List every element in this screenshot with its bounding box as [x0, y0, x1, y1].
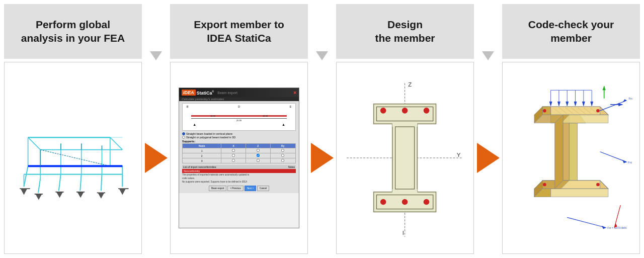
svg-point-54 — [402, 199, 408, 205]
fea-svg — [12, 72, 135, 244]
svg-marker-35 — [119, 189, 125, 195]
ibeam-visual: Z Y I — [336, 62, 474, 254]
logo-statica: StatiCa® — [197, 90, 214, 96]
svg-line-19 — [101, 174, 102, 191]
radio2-option[interactable]: Straight or polygonal beam loaded in 3D — [182, 136, 296, 139]
svg-point-53 — [380, 199, 386, 205]
svg-point-52 — [424, 108, 430, 114]
beam-export-visual: IDEA StatiCa® Beam export × Calculate ye… — [170, 62, 308, 254]
supports-header: Supports: — [182, 140, 296, 143]
row3-ry[interactable] — [270, 158, 295, 163]
next-button[interactable]: Next > — [245, 186, 256, 191]
support-left: ▲ — [193, 123, 196, 126]
visuals-row: IDEA StatiCa® Beam export × Calculate ye… — [0, 60, 644, 258]
nonconformity-header: List of import nonconformities: Notes — [182, 165, 296, 169]
beam-dialog: IDEA StatiCa® Beam export × Calculate ye… — [179, 88, 299, 228]
svg-text:Frc = 50.1kN: Frc = 50.1kN — [628, 161, 633, 164]
svg-marker-77 — [550, 189, 608, 197]
radio1-option[interactable]: Straight beam loaded in vertical plane — [182, 132, 296, 135]
supports-table: Node X Z Ry 1 — [182, 143, 296, 163]
row1-node: 1 — [183, 148, 221, 153]
arrow1 — [143, 60, 169, 255]
svg-marker-100 — [618, 103, 622, 107]
svg-line-18 — [80, 174, 81, 191]
support-row-1: 1 — [183, 148, 296, 153]
orange-arrow-2 — [311, 143, 334, 173]
dialog-titlebar: IDEA StatiCa® Beam export × — [179, 88, 299, 97]
dim-right: 14.16 — [263, 115, 268, 117]
dialog-subtitle: Calculate yesterday's estimates — [179, 97, 299, 101]
svg-point-114 — [543, 109, 546, 113]
row2-node: 2 — [183, 153, 221, 158]
support-row-2: 2 — [183, 153, 296, 158]
radio1-dot — [182, 132, 185, 135]
dialog-buttons: Beam export < Previous Next > Cancel — [182, 186, 296, 191]
support-right: ▲ — [282, 123, 285, 126]
workflow-container: Perform globalanalysis in your FEA Expor… — [0, 0, 644, 258]
svg-line-92 — [567, 217, 606, 227]
svg-text:Frc = 1015.2kN: Frc = 1015.2kN — [628, 97, 632, 100]
svg-point-115 — [596, 109, 600, 113]
row3-z[interactable] — [246, 158, 270, 163]
labels-row: Perform globalanalysis in your FEA Expor… — [0, 0, 644, 60]
step2-down-arrow — [309, 3, 335, 60]
nonconformity-label: List of import nonconformities: — [183, 165, 217, 168]
svg-marker-98 — [602, 86, 606, 90]
step1-down-arrow — [143, 3, 169, 60]
row1-x[interactable] — [221, 148, 246, 153]
row1-ry[interactable] — [270, 148, 295, 153]
svg-marker-65 — [563, 115, 569, 181]
arrow2 — [309, 60, 335, 255]
svg-marker-104 — [557, 102, 560, 106]
nonconformity-section: List of import nonconformities: Notes No… — [182, 165, 296, 184]
svg-text:Y: Y — [457, 152, 461, 158]
codecheck-visual: Frc = 1015.2kN Frc = 50.1kN Frt = 1073.0… — [502, 62, 640, 254]
cancel-button[interactable]: Cancel — [257, 186, 269, 191]
beam-export-button[interactable]: Beam export — [209, 186, 227, 191]
row3-x[interactable] — [221, 158, 246, 163]
step1-text: Perform globalanalysis in your FEA — [21, 18, 125, 45]
codecheck-svg: Frc = 1015.2kN Frc = 50.1kN Frt = 1073.0… — [510, 72, 633, 244]
svg-marker-106 — [566, 102, 568, 106]
col-ry: Ry — [270, 144, 295, 148]
svg-line-17 — [58, 174, 60, 191]
orange-arrow-3 — [477, 143, 500, 173]
svg-point-50 — [380, 108, 386, 114]
svg-rect-49 — [392, 189, 418, 195]
svg-point-116 — [543, 183, 546, 187]
dialog-close-icon[interactable]: × — [293, 90, 296, 96]
col-x: X — [221, 144, 246, 148]
previous-button[interactable]: < Previous — [227, 186, 243, 191]
svg-marker-39 — [35, 194, 42, 200]
node-e: E — [290, 105, 291, 108]
step2-label: Export member toIDEA StatiCa — [170, 4, 308, 59]
svg-marker-85 — [554, 115, 562, 189]
notes-label: Notes — [288, 165, 295, 168]
down-triangle-3 — [482, 51, 494, 60]
step3-label: Designthe member — [336, 4, 474, 59]
svg-rect-46 — [392, 124, 418, 192]
svg-text:Z: Z — [409, 81, 412, 88]
row2-z[interactable] — [246, 153, 270, 158]
svg-marker-36 — [56, 192, 63, 198]
row1-z[interactable] — [246, 148, 270, 153]
svg-point-51 — [402, 108, 408, 114]
svg-line-20 — [38, 179, 40, 193]
svg-line-15 — [24, 166, 28, 187]
row2-ry[interactable] — [270, 153, 295, 158]
down-triangle-2 — [316, 51, 328, 60]
svg-point-117 — [596, 183, 600, 187]
nonconformity-desc3: No supports were exported. Supports have… — [182, 181, 296, 184]
svg-rect-48 — [392, 121, 418, 127]
arrow3 — [475, 60, 501, 255]
beam-diagram-top: B E D ▲ ▲ 14.95 14.16 25.00 — [182, 103, 296, 131]
svg-marker-110 — [582, 102, 585, 106]
svg-text:Frt = 1073.0kN: Frt = 1073.0kN — [607, 226, 626, 229]
dialog-logo: IDEA StatiCa® Beam export — [182, 90, 237, 96]
beam-line — [191, 115, 287, 117]
step1-label: Perform globalanalysis in your FEA — [4, 4, 142, 59]
radio-options: Straight beam loaded in vertical plane S… — [182, 132, 296, 139]
col-node: Node — [183, 144, 221, 148]
row2-x[interactable] — [221, 153, 246, 158]
dialog-title: Beam export — [217, 91, 237, 95]
